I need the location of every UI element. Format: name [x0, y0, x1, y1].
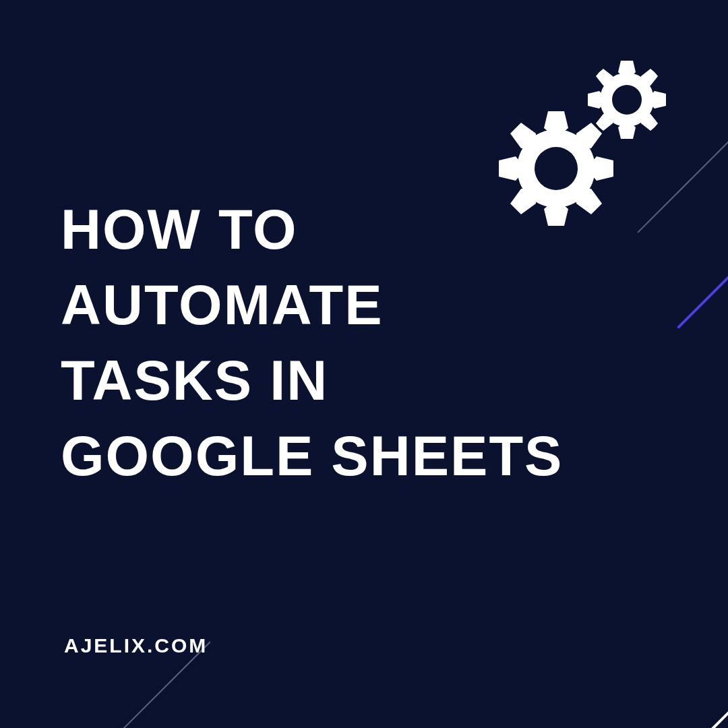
promo-graphic: HOW TO AUTOMATE TASKS IN GOOGLE SHEETS A… [0, 0, 728, 728]
svg-point-1 [535, 147, 578, 190]
decorative-line-white-bottomright [574, 618, 728, 728]
brand-text: AJELIX.COM [64, 634, 208, 657]
headline: HOW TO AUTOMATE TASKS IN GOOGLE SHEETS [61, 192, 563, 494]
decorative-line-purple-bottomright [577, 641, 728, 728]
headline-line-3: TASKS IN [61, 343, 563, 419]
decorative-line-purple-midright [677, 237, 728, 329]
headline-line-1: HOW TO [61, 192, 563, 268]
headline-line-4: GOOGLE SHEETS [61, 419, 563, 494]
headline-line-2: AUTOMATE [61, 268, 563, 343]
svg-point-3 [612, 85, 642, 115]
